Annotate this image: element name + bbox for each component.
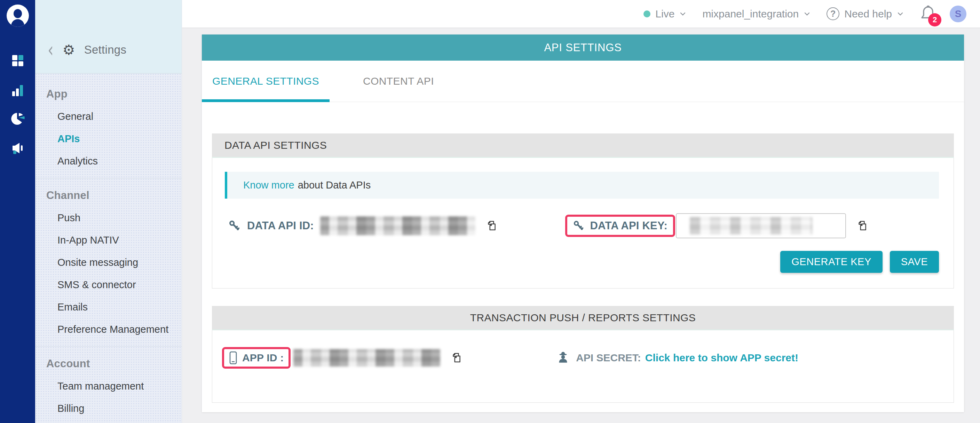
logo-person-body <box>11 19 24 27</box>
project-selector[interactable]: mixpanel_integration <box>702 8 811 20</box>
app-window: ‹ ⚙ Settings App General APIs Analytics … <box>0 0 980 423</box>
pie-chart-icon[interactable] <box>0 112 35 126</box>
api-settings-card: API SETTINGS GENERAL SETTINGS CONTENT AP… <box>202 35 964 412</box>
know-more-link[interactable]: Know more <box>243 179 294 191</box>
chevron-left-icon[interactable]: ‹ <box>48 43 54 57</box>
sidebar-item-sms-connector[interactable]: SMS & connector <box>35 273 182 296</box>
chevron-down-icon <box>897 10 904 18</box>
sidebar-item-apis[interactable]: APIs <box>35 128 182 150</box>
tab-bar: GENERAL SETTINGS CONTENT API <box>202 61 964 102</box>
tab-content-api[interactable]: CONTENT API <box>360 61 438 102</box>
settings-nav-list: App General APIs Analytics Channel Push … <box>35 73 182 420</box>
data-api-key-highlight: DATA API KEY: <box>565 215 675 237</box>
project-name: mixpanel_integration <box>702 8 799 20</box>
data-api-buttons-row: GENERATE KEY SAVE <box>225 251 939 273</box>
content-area: API SETTINGS GENERAL SETTINGS CONTENT AP… <box>182 29 980 423</box>
key-icon <box>228 220 241 232</box>
copy-icon <box>856 220 868 232</box>
know-more-text: about Data APIs <box>298 179 371 191</box>
phone-icon <box>229 351 237 364</box>
app-id-field: APP ID : <box>222 347 463 369</box>
tab-general-settings[interactable]: GENERAL SETTINGS <box>202 61 329 102</box>
show-app-secret-link[interactable]: Click here to show APP secret! <box>645 352 798 364</box>
dashboard-grid-icon[interactable] <box>0 54 35 67</box>
api-secret-field: API SECRET: Click here to show APP secre… <box>557 351 798 365</box>
chevron-down-icon <box>679 10 686 18</box>
copy-app-id-button[interactable] <box>450 351 463 364</box>
nav-section-app: App <box>35 83 182 105</box>
card-body: DATA API SETTINGS Know more about Data A… <box>202 102 964 412</box>
data-api-key-label: DATA API KEY: <box>590 220 668 232</box>
transaction-section-box: APP ID : <box>212 330 954 403</box>
sidebar-item-team-management[interactable]: Team management <box>35 375 182 397</box>
environment-selector[interactable]: Live <box>643 8 686 20</box>
api-secret-label: API SECRET: <box>576 352 641 364</box>
gear-icon: ⚙ <box>63 43 75 57</box>
spy-icon <box>557 351 570 365</box>
data-api-section-header: DATA API SETTINGS <box>212 134 954 158</box>
save-button[interactable]: SAVE <box>890 251 939 273</box>
sidebar-item-general[interactable]: General <box>35 105 182 128</box>
transaction-section-header: TRANSACTION PUSH / REPORTS SETTINGS <box>212 306 954 330</box>
environment-label: Live <box>655 8 675 20</box>
sidebar-item-inapp-nativ[interactable]: In-App NATIV <box>35 229 182 251</box>
live-status-dot <box>643 10 651 18</box>
sidebar-item-emails[interactable]: Emails <box>35 296 182 318</box>
settings-sidebar-header: ‹ ⚙ Settings <box>35 0 182 73</box>
data-api-key-field: DATA API KEY: <box>565 213 939 238</box>
copy-data-api-key-button[interactable] <box>856 220 868 232</box>
notification-badge: 2 <box>928 13 941 27</box>
sidebar-item-onsite-messaging[interactable]: Onsite messaging <box>35 251 182 273</box>
megaphone-icon[interactable] <box>0 141 35 155</box>
app-id-highlight: APP ID : <box>222 347 291 369</box>
sidebar-item-analytics[interactable]: Analytics <box>35 150 182 172</box>
copy-icon <box>485 220 498 232</box>
data-api-fields-row: DATA API ID: <box>225 213 939 238</box>
sidebar-item-billing[interactable]: Billing <box>35 397 182 420</box>
divider <box>35 346 182 347</box>
data-api-id-value-redacted <box>320 216 476 235</box>
chevron-down-icon <box>803 10 811 18</box>
help-menu[interactable]: ? Need help <box>827 7 904 20</box>
logo-person-head <box>14 9 22 18</box>
copy-icon <box>450 351 463 364</box>
copy-data-api-id-button[interactable] <box>485 220 498 232</box>
app-id-value-redacted <box>293 349 440 367</box>
page-title: API SETTINGS <box>202 35 964 61</box>
sidebar-item-push[interactable]: Push <box>35 207 182 229</box>
key-icon <box>573 220 585 232</box>
divider <box>35 178 182 179</box>
nav-section-account: Account <box>35 353 182 375</box>
help-label: Need help <box>844 8 892 20</box>
app-id-label: APP ID : <box>242 352 284 364</box>
data-api-id-field: DATA API ID: <box>228 216 476 235</box>
data-api-section-box: Know more about Data APIs <box>212 158 954 289</box>
primary-nav-rail <box>0 0 35 423</box>
data-api-key-value-redacted <box>690 217 812 235</box>
main-area: Live mixpanel_integration ? Need help 2 … <box>182 0 980 423</box>
data-api-key-input[interactable] <box>676 213 846 238</box>
notifications-button[interactable]: 2 <box>920 4 938 24</box>
avatar[interactable]: S <box>950 6 966 22</box>
generate-key-button[interactable]: GENERATE KEY <box>780 251 882 273</box>
nav-section-channel: Channel <box>35 184 182 207</box>
data-api-id-label: DATA API ID: <box>247 220 314 232</box>
bar-chart-icon[interactable] <box>0 84 35 97</box>
transaction-fields-row: APP ID : <box>222 347 939 369</box>
settings-title: Settings <box>84 43 127 56</box>
settings-sidebar: ‹ ⚙ Settings App General APIs Analytics … <box>35 0 182 423</box>
know-more-callout: Know more about Data APIs <box>225 172 939 199</box>
smartech-logo[interactable] <box>6 5 29 27</box>
help-circle-icon: ? <box>827 7 839 20</box>
sidebar-item-preference-management[interactable]: Preference Management <box>35 318 182 340</box>
topbar: Live mixpanel_integration ? Need help 2 … <box>182 0 980 28</box>
